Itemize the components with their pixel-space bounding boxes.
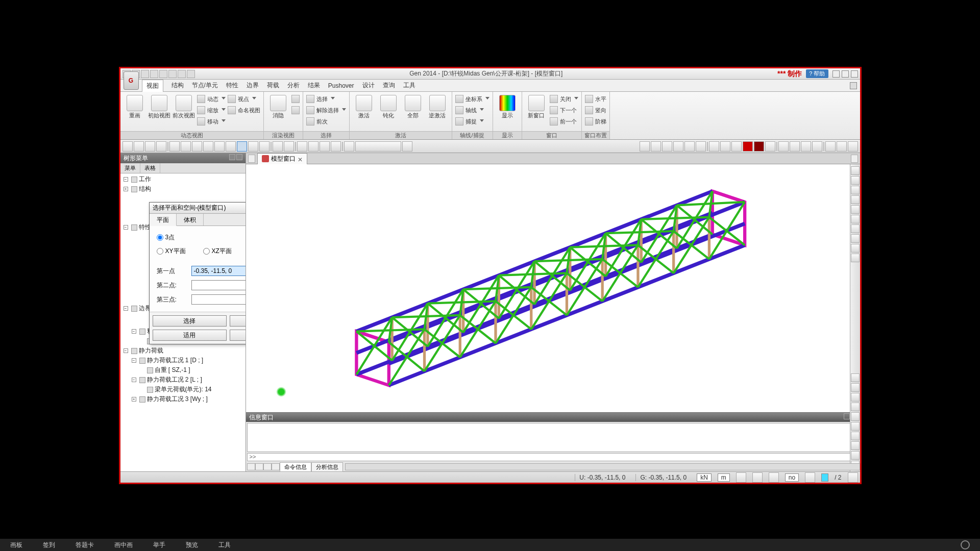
tool-button[interactable] [226,141,236,152]
vtool-button[interactable] [851,383,860,392]
unselect-button[interactable]: 解除选择 [306,105,346,115]
zoom-button[interactable]: 缩放 [197,105,226,115]
nav-preview[interactable]: 预览 [186,541,198,549]
radio-xz[interactable]: XZ平面 [203,247,232,256]
undo-dd-button[interactable] [134,141,144,152]
tool-button[interactable] [237,141,247,152]
tool-button[interactable] [778,141,789,152]
redo-button[interactable] [145,141,155,152]
tool-button[interactable] [696,141,706,152]
menu-query[interactable]: 查询 [383,81,395,90]
vtool-button[interactable] [851,403,860,411]
redraw-button[interactable]: 重画 [124,93,146,118]
combo-input[interactable] [355,141,401,152]
tool-button[interactable] [320,141,330,152]
minimize-button[interactable] [832,70,840,78]
tree-item[interactable]: −静力荷载 [121,346,244,356]
vtool-button[interactable] [851,373,860,382]
tab-nav-last[interactable] [272,463,280,470]
tool-button[interactable] [203,141,213,152]
tab-nav-prev[interactable] [255,463,263,470]
tool-button[interactable] [214,141,225,152]
tool-button[interactable] [308,141,318,152]
menu-structure[interactable]: 结构 [172,81,184,90]
menu-property[interactable]: 特性 [226,81,238,90]
tile-v-button[interactable]: 竖向 [585,105,606,115]
tool-button[interactable] [790,141,800,152]
menu-design[interactable]: 设计 [362,81,375,90]
vtool-button[interactable] [851,176,860,185]
vtool-button[interactable] [851,412,860,421]
tool-button[interactable] [284,141,294,152]
qat-btn[interactable] [168,70,177,78]
prev-window-button[interactable]: 前一个 [550,116,578,127]
select-button[interactable]: 选择 [306,94,346,104]
tab-volume[interactable]: 体积 [177,214,204,226]
scrollbar[interactable] [345,463,860,470]
command-prompt[interactable]: >> [247,453,859,461]
tree-item[interactable]: −静力荷载工况 2 [L ; ] [121,375,244,385]
help-button[interactable]: ? 帮助 [806,69,828,78]
tool-button[interactable] [344,141,354,152]
tool-button[interactable] [837,141,847,152]
vtool-button[interactable] [851,215,860,223]
unit-length-select[interactable]: m [718,473,730,482]
tool-button[interactable] [297,141,307,152]
tool-button[interactable] [662,141,672,152]
vtool-button[interactable] [851,166,860,175]
close-panel-icon[interactable] [236,154,242,160]
tree-item[interactable]: 梁单元荷载(单元): 14 [121,385,244,394]
tool-button[interactable] [640,141,650,152]
tool-button[interactable] [765,141,775,152]
next-window-button[interactable]: 下一个 [550,105,578,115]
nav-pip[interactable]: 画中画 [114,541,133,549]
tab-nav-first[interactable] [247,463,255,470]
hidden-button[interactable]: 消隐 [267,93,289,118]
tool-button[interactable] [673,141,683,152]
tab-menu[interactable]: 菜单 [120,163,140,173]
tab-command-info[interactable]: 命令信息 [280,462,311,472]
tree-view[interactable]: −工作 +结构 −特性 −边界 −释放梁端约束: 58 类型 1 [ 00001… [120,173,246,471]
close-doc-button[interactable] [850,82,857,89]
menu-boundary[interactable]: 边界 [247,81,259,90]
menu-view[interactable]: 视图 [142,80,163,92]
point1-input[interactable] [191,266,246,276]
tab-nav-next[interactable] [263,463,272,470]
tool-button[interactable] [181,141,191,152]
tool-button[interactable] [651,141,661,152]
dynamic-button[interactable]: 动态 [197,94,226,104]
tool-button[interactable] [720,141,730,152]
move-button[interactable]: 移动 [197,116,226,127]
tool-button[interactable] [684,141,695,152]
tool-button[interactable] [825,141,836,152]
tool-button[interactable] [801,141,811,152]
message-output[interactable] [247,423,859,452]
tab-plane[interactable]: 平面 [150,214,177,226]
menu-load[interactable]: 荷载 [267,81,279,90]
tool-button[interactable] [812,141,822,152]
qat-btn[interactable] [150,70,158,78]
close-window-button[interactable]: 关闭 [550,94,578,104]
status-button[interactable] [769,472,779,483]
close-button[interactable]: 关闭 [230,330,246,341]
activate-all-button[interactable]: 全部 [402,93,424,118]
vtool-button[interactable] [851,186,860,194]
qat-btn[interactable] [159,70,167,78]
tile-h-button[interactable]: 水平 [585,94,606,104]
status-button[interactable] [848,472,858,483]
vtool-button[interactable] [851,224,860,233]
tool-button[interactable] [754,141,764,152]
pin-icon[interactable] [229,154,235,160]
tool-button[interactable] [169,141,180,152]
snap-button[interactable]: 捕捉 [455,116,489,127]
tab-analysis-info[interactable]: 分析信息 [311,462,343,472]
menu-pushover[interactable]: Pushover [328,82,354,89]
app-logo-icon[interactable]: G [124,71,139,90]
status-button[interactable] [736,472,746,483]
nav-checkin[interactable]: 签到 [43,541,55,549]
tool-button[interactable] [248,141,258,152]
vtool-button[interactable] [851,432,860,440]
tool-button[interactable] [273,141,283,152]
initial-view-button[interactable]: 初始视图 [148,93,170,118]
close-button[interactable] [851,70,858,78]
